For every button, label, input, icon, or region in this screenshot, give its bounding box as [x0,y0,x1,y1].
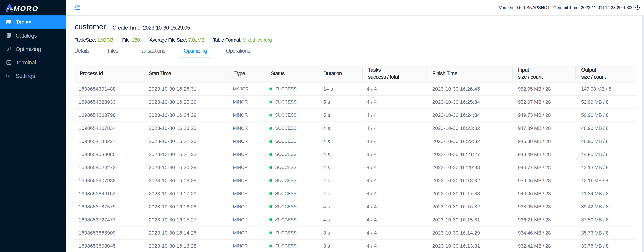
svg-text:MORO: MORO [13,5,39,12]
